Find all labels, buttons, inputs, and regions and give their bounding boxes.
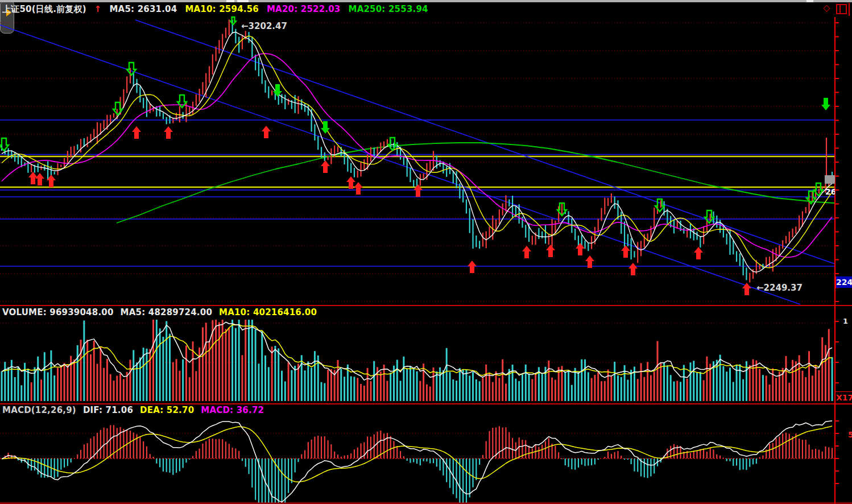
macd-name: MACD(12,26,9) [2, 405, 76, 415]
strip-segment [226, 0, 234, 2]
macd-value: MACD: 36.72 [201, 405, 264, 415]
price-indicator-header: 上证50(日线.前复权) ↑ MA5: 2631.04 MA10: 2594.5… [2, 4, 428, 15]
volume-indicator-header: VOLUME: 96939048.00 MA5: 48289724.00 MA1… [2, 307, 317, 317]
volume-scale-label: 1 [843, 317, 848, 325]
peak-price-label: ←3202.47 [241, 21, 287, 31]
chart-canvas[interactable] [0, 0, 852, 504]
volume-ma10-value: MA10: 40216416.00 [219, 307, 317, 317]
volume-ma5-value: MA5: 48289724.00 [121, 307, 212, 317]
axis-price-tag: 224 [836, 276, 852, 288]
selection-highlight-box [825, 175, 835, 184]
diamond-icon[interactable]: ◇ [823, 2, 830, 13]
low-price-label: ←2249.37 [756, 283, 803, 293]
up-arrow-icon: ↑ [94, 4, 102, 15]
ma5-value: MA5: 2631.04 [109, 4, 177, 15]
window-top-strip [0, 0, 852, 2]
volume-value: VOLUME: 96939048.00 [2, 307, 114, 317]
window-edge-divider [849, 3, 850, 16]
current-price-partial-label: 26 [825, 187, 835, 196]
strip-segment [806, 0, 813, 2]
dea-value: DEA: 52.70 [140, 405, 194, 415]
ma20-value: MA20: 2522.03 [267, 4, 341, 15]
macd-scale-partial-label: 5 [848, 430, 852, 439]
macd-indicator-header: MACD(12,26,9) DIF: 71.06 DEA: 52.70 MACD… [2, 405, 264, 415]
volume-multiplier-label: X17 [834, 391, 852, 404]
trading-app-window: 上证50(日线.前复权) ↑ MA5: 2631.04 MA10: 2594.5… [0, 0, 852, 504]
window-split-icon[interactable] [836, 4, 847, 14]
strip-segment [237, 0, 249, 2]
symbol-title: 上证50(日线.前复权) [2, 4, 86, 15]
ma10-value: MA10: 2594.56 [185, 4, 259, 15]
dif-value: DIF: 71.06 [83, 405, 133, 415]
ma250-value: MA250: 2553.94 [349, 4, 428, 15]
